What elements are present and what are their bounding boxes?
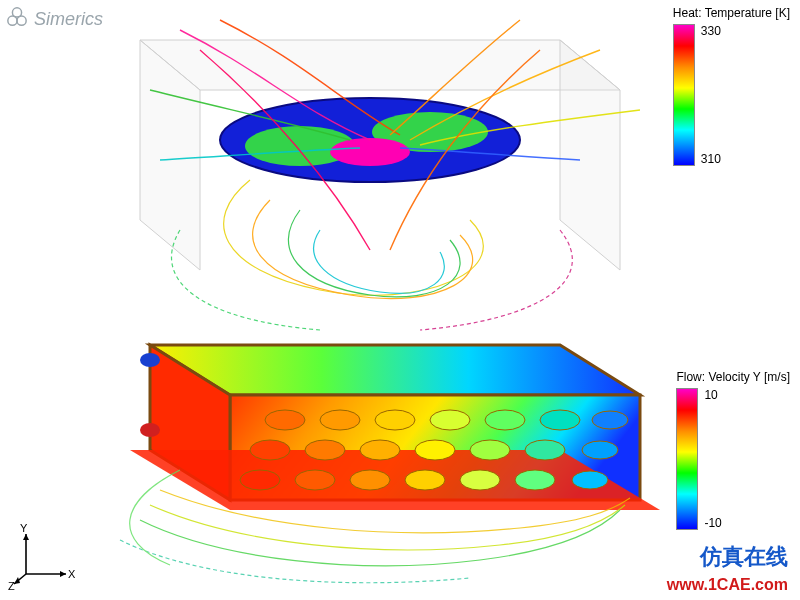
svg-marker-39: [60, 571, 66, 577]
svg-point-28: [240, 470, 280, 490]
svg-marker-8: [150, 345, 640, 395]
svg-point-30: [350, 470, 390, 490]
axis-y-label: Y: [20, 522, 28, 534]
legend-max: 10: [704, 388, 721, 402]
svg-point-19: [540, 410, 580, 430]
svg-point-27: [582, 441, 618, 459]
legend-title: Flow: Velocity Y [m/s]: [676, 370, 790, 384]
svg-marker-43: [14, 577, 20, 584]
svg-marker-41: [23, 534, 29, 540]
svg-point-22: [305, 440, 345, 460]
svg-point-37: [12, 8, 21, 17]
svg-point-31: [405, 470, 445, 490]
legend-colorbar: [676, 388, 698, 530]
svg-point-24: [415, 440, 455, 460]
legend-velocity: Flow: Velocity Y [m/s] 10 -10: [676, 370, 790, 530]
svg-marker-2: [560, 40, 620, 270]
svg-point-26: [525, 440, 565, 460]
watermark-url: www.1CAE.com: [667, 576, 788, 594]
svg-point-34: [572, 471, 608, 489]
svg-point-25: [470, 440, 510, 460]
axis-x-label: X: [68, 568, 76, 580]
svg-point-23: [360, 440, 400, 460]
legend-temperature: Heat: Temperature [K] 330 310: [673, 6, 790, 166]
brand-name: Simerics: [34, 9, 103, 30]
svg-point-21: [250, 440, 290, 460]
svg-point-15: [320, 410, 360, 430]
svg-point-29: [295, 470, 335, 490]
svg-point-14: [265, 410, 305, 430]
axis-triad: X Y Z: [8, 522, 78, 592]
brand-logo: Simerics: [6, 6, 103, 33]
watermark-text: 仿真在线: [700, 542, 788, 572]
legend-colorbar: [673, 24, 695, 166]
svg-point-18: [485, 410, 525, 430]
logo-icon: [6, 6, 28, 33]
svg-point-7: [330, 138, 410, 166]
legend-max: 330: [701, 24, 721, 38]
svg-point-33: [515, 470, 555, 490]
svg-point-17: [430, 410, 470, 430]
legend-title: Heat: Temperature [K]: [673, 6, 790, 20]
axis-z-label: Z: [8, 580, 15, 592]
svg-point-12: [140, 353, 160, 367]
svg-point-16: [375, 410, 415, 430]
legend-min: -10: [704, 516, 721, 530]
cfd-viewport[interactable]: Simerics Heat: Temperature [K] 330 310 F…: [0, 0, 800, 600]
svg-point-13: [140, 423, 160, 437]
svg-point-20: [592, 411, 628, 429]
svg-point-32: [460, 470, 500, 490]
legend-min: 310: [701, 152, 721, 166]
